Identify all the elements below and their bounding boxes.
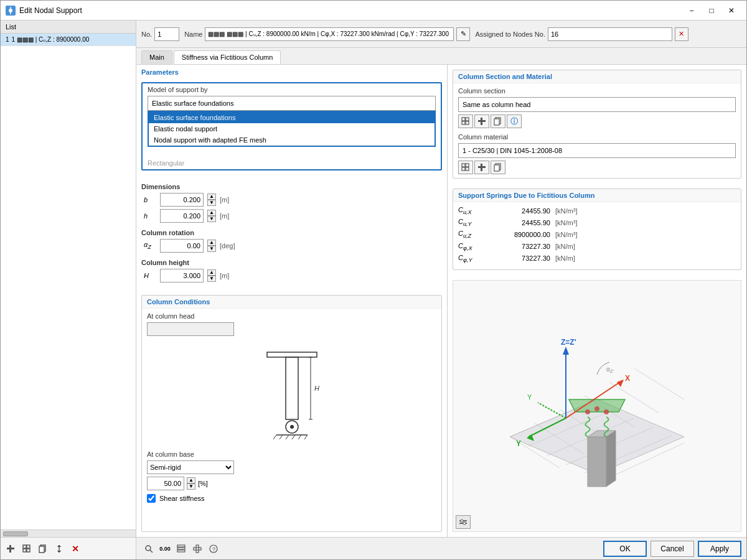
- col-head-input[interactable]: [147, 322, 234, 336]
- spring-row-1: Cu,Y 24455.90 [kN/m³]: [458, 218, 736, 227]
- column-diagram: H: [147, 341, 436, 450]
- list-item-label: 1 ▩▩▩ | Cᵤ,Z : 8900000.00: [12, 36, 90, 43]
- model-dropdown[interactable]: Elastic surface foundations Elastic noda…: [148, 111, 436, 147]
- spring-unit-1: [kN/m³]: [555, 219, 577, 226]
- section-copy-btn[interactable]: [491, 114, 505, 128]
- window-title: Edit Nodal Support: [19, 6, 678, 15]
- scrollbar-thumb[interactable]: [3, 531, 28, 536]
- section-label: Column section: [458, 87, 736, 95]
- svg-point-62: [594, 406, 599, 411]
- maximize-button[interactable]: □: [702, 2, 721, 19]
- svg-text:H: H: [314, 385, 319, 392]
- section-select[interactable]: Same as column head: [458, 97, 736, 112]
- pct-up[interactable]: ▲: [187, 477, 195, 483]
- shape-label: Rectangular: [143, 158, 441, 169]
- section-add-btn[interactable]: [474, 114, 489, 128]
- minimize-button[interactable]: −: [682, 2, 702, 19]
- dropdown-item-1[interactable]: Elastic surface foundations: [149, 112, 435, 123]
- percentage-input[interactable]: [147, 477, 184, 490]
- name-edit-button[interactable]: ✎: [456, 27, 470, 41]
- svg-line-81: [150, 550, 153, 553]
- svg-rect-7: [27, 545, 30, 548]
- tab-main[interactable]: Main: [141, 50, 172, 64]
- springs-title: Support Springs Due to Fictitious Column: [453, 189, 741, 202]
- ok-button[interactable]: OK: [603, 541, 647, 557]
- assigned-clear-button[interactable]: ✕: [675, 27, 688, 41]
- b-spin[interactable]: ▲ ▼: [207, 194, 216, 206]
- delete-button[interactable]: ✕: [68, 541, 83, 556]
- pct-down[interactable]: ▼: [187, 483, 195, 490]
- spring-label-3: Cφ,X: [458, 242, 489, 251]
- dropdown-item-2[interactable]: Elastic nodal support: [149, 123, 435, 134]
- shear-stiffness-row: Shear stiffness: [147, 494, 436, 503]
- list-item[interactable]: 1 1 ▩▩▩ | Cᵤ,Z : 8900000.00: [1, 34, 136, 46]
- viz-settings-btn[interactable]: [456, 515, 471, 529]
- help-btn[interactable]: ?: [206, 541, 221, 556]
- material-select-wrapper: 1 - C25/30 | DIN 1045-1:2008-08: [458, 143, 736, 158]
- table-button[interactable]: [19, 541, 34, 556]
- b-row: b ▲ ▼ [m]: [141, 193, 442, 207]
- pct-spin[interactable]: ▲ ▼: [187, 477, 195, 490]
- dims-title: Dimensions: [141, 180, 442, 193]
- table-view-btn[interactable]: [174, 541, 189, 556]
- svg-text:αZ': αZ': [606, 366, 614, 374]
- assigned-input[interactable]: [548, 27, 672, 41]
- settings-btn[interactable]: [190, 541, 205, 556]
- height-spin[interactable]: ▲ ▼: [207, 269, 216, 282]
- name-input[interactable]: [205, 27, 454, 41]
- add-button[interactable]: [3, 541, 18, 556]
- section-table-btn[interactable]: [458, 114, 473, 128]
- zero-btn[interactable]: 0.00: [157, 541, 172, 556]
- bottom-bar: 0.00 ? OK Cancel Apply: [136, 537, 746, 559]
- b-up[interactable]: ▲: [207, 194, 216, 200]
- material-add-btn[interactable]: [474, 161, 489, 174]
- section-info-btn[interactable]: ⓘ: [507, 114, 522, 128]
- rotation-spin[interactable]: ▲ ▼: [207, 240, 216, 252]
- height-input[interactable]: [160, 269, 204, 282]
- top-bar: No. Name ✎ Assigned to Nodes No. ✕: [136, 21, 746, 48]
- parameters-title: Parameters: [136, 65, 447, 77]
- section-icon-row: ⓘ: [458, 114, 736, 128]
- height-title: Column height: [141, 256, 442, 269]
- rot-up[interactable]: ▲: [207, 240, 216, 246]
- semi-rigid-select[interactable]: Fixed Semi-rigid Pinned: [147, 460, 234, 474]
- h-input[interactable]: [160, 209, 204, 223]
- col-cond-title: Column Conditions: [142, 296, 441, 309]
- rot-down[interactable]: ▼: [207, 246, 216, 252]
- cancel-button[interactable]: Cancel: [651, 541, 694, 557]
- move-button[interactable]: [52, 541, 67, 556]
- svg-rect-35: [494, 119, 499, 125]
- title-bar: Edit Nodal Support − □ ✕: [1, 1, 746, 21]
- b-down[interactable]: ▼: [207, 200, 216, 206]
- column-conditions-section: Column Conditions At column head: [141, 295, 442, 532]
- model-select[interactable]: Elastic surface foundations Elastic noda…: [148, 96, 436, 111]
- svg-text:?: ?: [212, 546, 215, 553]
- list-scrollbar[interactable]: [1, 530, 136, 537]
- dropdown-item-3[interactable]: Nodal support with adapted FE mesh: [149, 134, 435, 146]
- height-up[interactable]: ▲: [207, 269, 216, 276]
- shear-stiffness-checkbox[interactable]: [147, 494, 156, 503]
- main-window: Edit Nodal Support − □ ✕ List 1 1 ▩▩▩ | …: [0, 0, 747, 560]
- material-table-btn[interactable]: [458, 161, 473, 174]
- scrollbar-track: [28, 531, 133, 536]
- copy-button[interactable]: [35, 541, 50, 556]
- svg-marker-65: [563, 347, 569, 355]
- h-up[interactable]: ▲: [207, 210, 216, 216]
- rotation-input[interactable]: [160, 239, 204, 253]
- svg-rect-82: [177, 545, 185, 547]
- height-down[interactable]: ▼: [207, 276, 216, 282]
- h-down[interactable]: ▼: [207, 216, 216, 222]
- h-unit: [m]: [220, 212, 229, 220]
- svg-line-25: [292, 435, 295, 439]
- apply-button[interactable]: Apply: [698, 541, 741, 557]
- content-area: List 1 1 ▩▩▩ | Cᵤ,Z : 8900000.00: [1, 21, 746, 559]
- material-select[interactable]: 1 - C25/30 | DIN 1045-1:2008-08: [458, 143, 736, 158]
- material-copy-btn[interactable]: [491, 161, 505, 174]
- no-input[interactable]: [154, 27, 179, 41]
- b-input[interactable]: [160, 193, 204, 207]
- h-spin[interactable]: ▲ ▼: [207, 210, 216, 222]
- tab-stiffness[interactable]: Stiffness via Fictitious Column: [174, 50, 281, 64]
- close-button[interactable]: ✕: [721, 2, 741, 19]
- search-btn[interactable]: [141, 541, 156, 556]
- model-section: Model of support by Elastic surface foun…: [141, 82, 442, 170]
